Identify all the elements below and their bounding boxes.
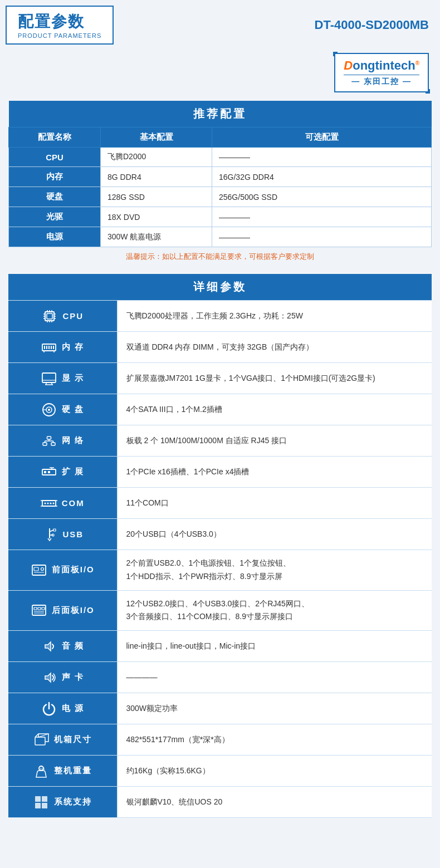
detail-value-cpu: 飞腾D2000处理器，工作主频 2.3GHz，功耗：25W <box>117 301 432 332</box>
display-icon <box>41 370 57 387</box>
svg-rect-31 <box>43 443 47 445</box>
com-icon <box>41 495 57 512</box>
svg-rect-62 <box>34 607 37 610</box>
svg-point-45 <box>47 502 48 504</box>
svg-line-53 <box>50 530 53 532</box>
detail-label-back-io: 后面板I/O <box>8 590 117 631</box>
title-box: 配置参数 PRODUCT PARAMETERS <box>6 6 114 45</box>
os-icon <box>33 794 50 811</box>
usb-label-text: USB <box>62 529 84 539</box>
col-basic-header: 基本配置 <box>101 127 212 148</box>
detail-label-audio: 音 频 <box>8 631 117 662</box>
audio-label-text: 音 频 <box>62 641 84 651</box>
recommend-label-memory: 内存 <box>9 167 101 187</box>
detail-row-soundcard: 声 卡 ———— <box>8 662 432 693</box>
svg-rect-18 <box>51 346 52 349</box>
recommend-basic-hdd: 128G SSD <box>101 187 212 207</box>
detail-value-hdd: 4个SATA III口，1个M.2插槽 <box>117 394 432 425</box>
back-panel-icon <box>31 602 47 619</box>
svg-point-47 <box>52 502 54 504</box>
hdd-label-text: 硬 盘 <box>62 404 84 415</box>
detail-label-power: 电 源 <box>8 693 117 724</box>
expand-icon <box>41 464 57 480</box>
svg-point-46 <box>50 502 51 504</box>
com-label-text: COM <box>62 498 85 508</box>
detail-value-expand: 1个PCIe x16插槽、1个PCIe x4插槽 <box>117 457 432 488</box>
logo-area: Dongtintech® — 东田工控 — <box>0 50 440 101</box>
detail-row-cpu: CPU 飞腾D2000处理器，工作主频 2.3GHz，功耗：25W <box>8 301 432 332</box>
detail-row-back-io: 后面板I/O 12个USB2.0接口、4个USB3.0接口、2个RJ45网口、3… <box>8 590 432 631</box>
expand-label-text: 扩 展 <box>62 467 84 477</box>
recommend-basic-dvd: 18X DVD <box>101 207 212 227</box>
detail-label-weight: KG 整机重量 <box>8 756 117 787</box>
recommend-table: 推荐配置 配置名称 基本配置 可选配置 CPU 飞腾D2000 ———— 内存 … <box>8 101 432 247</box>
recommend-section: 推荐配置 配置名称 基本配置 可选配置 CPU 飞腾D2000 ———— 内存 … <box>8 101 432 268</box>
recommend-basic-power: 300W 航嘉电源 <box>101 227 212 247</box>
detail-value-soundcard: ———— <box>117 662 432 693</box>
recommend-title: 推荐配置 <box>9 101 432 127</box>
detail-label-chassis: 机箱尺寸 <box>8 724 117 756</box>
detail-value-display: 扩展景嘉微JM7201 1G显卡，1个VGA接口、1个HDMI接口(可选2G显卡… <box>117 363 432 394</box>
detail-label-usb: USB <box>8 519 117 550</box>
cpu-icon <box>41 308 58 325</box>
audio-icon <box>41 638 57 655</box>
recommend-header-row: 配置名称 基本配置 可选配置 <box>9 127 432 148</box>
detail-value-front-io: 2个前置USB2.0、1个电源按钮、1个复位按钮、1个HDD指示、1个PWR指示… <box>117 550 432 591</box>
svg-rect-54 <box>53 529 56 531</box>
network-label-text: 网 络 <box>62 435 84 446</box>
svg-rect-58 <box>34 567 38 571</box>
detail-row-chassis: 机箱尺寸 482*551*177mm（宽*深*高） <box>8 724 432 756</box>
detail-value-weight: 约16Kg（实称15.6KG） <box>117 756 432 787</box>
recommend-optional-hdd: 256G/500G SSD <box>212 187 432 207</box>
detail-label-os: 系统支持 <box>8 787 117 818</box>
svg-rect-16 <box>46 346 47 349</box>
weight-icon: KG <box>33 763 50 779</box>
logo-chinese-text: — 东田工控 — <box>351 77 412 87</box>
header: 配置参数 PRODUCT PARAMETERS DT-4000-SD2000MB <box>0 0 440 50</box>
weight-label-text: 整机重量 <box>54 766 92 776</box>
svg-rect-19 <box>53 346 54 349</box>
recommend-row-hdd: 硬盘 128G SSD 256G/500G SSD <box>9 187 432 207</box>
recommend-label-dvd: 光驱 <box>9 207 101 227</box>
recommend-row-dvd: 光驱 18X DVD ———— <box>9 207 432 227</box>
detail-title: 详细参数 <box>8 274 432 301</box>
detail-row-front-io: 前面板I/O 2个前置USB2.0、1个电源按钮、1个复位按钮、1个HDD指示、… <box>8 550 432 591</box>
recommend-optional-power: ———— <box>212 227 432 247</box>
front-io-label-text: 前面板I/O <box>52 565 95 575</box>
detail-value-com: 11个COM口 <box>117 488 432 519</box>
detail-row-network: 网 络 板载 2 个 10M/100M/1000M 自适应 RJ45 接口 <box>8 425 432 457</box>
os-label-text: 系统支持 <box>54 797 92 807</box>
detail-title-row: 详细参数 <box>8 274 432 301</box>
svg-rect-22 <box>42 373 56 382</box>
detail-label-display: 显 示 <box>8 363 117 394</box>
detail-label-soundcard: 声 卡 <box>8 662 117 693</box>
display-label-text: 显 示 <box>62 373 84 384</box>
power-icon <box>41 700 57 717</box>
svg-rect-15 <box>44 346 45 349</box>
recommend-optional-cpu: ———— <box>212 148 432 167</box>
svg-rect-73 <box>42 796 47 802</box>
recommend-row-memory: 内存 8G DDR4 16G/32G DDR4 <box>9 167 432 187</box>
detail-value-network: 板载 2 个 10M/100M/1000M 自适应 RJ45 接口 <box>117 425 432 457</box>
detail-value-power: 300W额定功率 <box>117 693 432 724</box>
recommend-title-row: 推荐配置 <box>9 101 432 127</box>
cpu-label-text: CPU <box>62 311 84 321</box>
svg-rect-63 <box>38 607 41 610</box>
svg-line-69 <box>38 734 48 737</box>
chassis-icon <box>33 732 50 748</box>
detail-value-os: 银河麒麟V10、统信UOS 20 <box>117 787 432 818</box>
svg-rect-1 <box>47 313 52 319</box>
soundcard-label-text: 声 卡 <box>62 672 84 683</box>
detail-row-weight: KG 整机重量 约16Kg（实称15.6KG） <box>8 756 432 787</box>
col-name-header: 配置名称 <box>9 127 101 148</box>
detail-value-usb: 20个USB口（4个USB3.0） <box>117 519 432 550</box>
svg-rect-61 <box>32 605 46 615</box>
recommend-basic-cpu: 飞腾D2000 <box>101 148 212 167</box>
detail-label-front-io: 前面板I/O <box>8 550 117 591</box>
warm-tip: 温馨提示：如以上配置不能满足要求，可根据客户要求定制 <box>8 247 432 268</box>
memory-label-text: 内 存 <box>62 342 84 352</box>
detail-value-memory: 双通道 DDR4 内存 DIMM，可支持 32GB（国产内存） <box>117 332 432 363</box>
network-icon <box>41 433 57 449</box>
hdd-icon <box>41 401 57 418</box>
power-label-text: 电 源 <box>62 703 84 714</box>
